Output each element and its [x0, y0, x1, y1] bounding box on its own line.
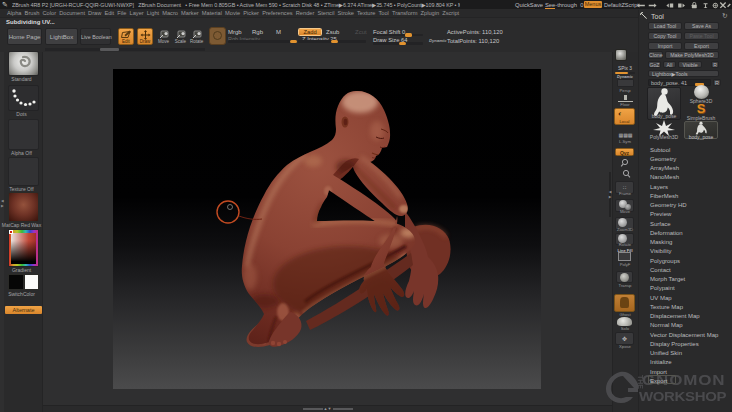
svg-text:THE: THE	[637, 375, 644, 389]
svg-text:WORKSHOP: WORKSHOP	[639, 390, 727, 403]
